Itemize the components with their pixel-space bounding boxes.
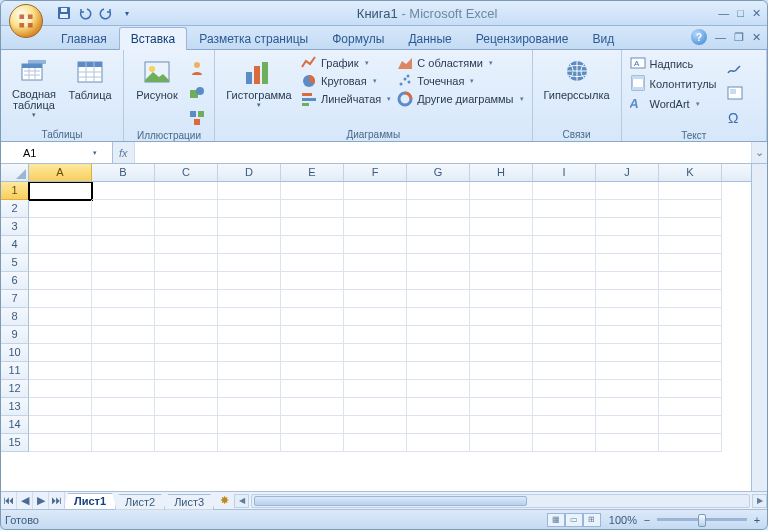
cell[interactable]	[281, 200, 344, 218]
cell[interactable]	[533, 434, 596, 452]
cell[interactable]	[218, 182, 281, 200]
cell[interactable]	[407, 200, 470, 218]
cell[interactable]	[218, 362, 281, 380]
signature-icon[interactable]	[724, 57, 746, 79]
normal-view-icon[interactable]: ▦	[547, 513, 565, 527]
cell[interactable]	[281, 344, 344, 362]
cell[interactable]	[29, 182, 92, 200]
col-header[interactable]: D	[218, 164, 281, 181]
cell[interactable]	[470, 344, 533, 362]
cell[interactable]	[659, 254, 722, 272]
cell[interactable]	[155, 434, 218, 452]
new-sheet-icon[interactable]: ✸	[214, 494, 234, 507]
cell[interactable]	[659, 362, 722, 380]
cell[interactable]	[407, 308, 470, 326]
fx-icon[interactable]: fx	[119, 147, 128, 159]
area-chart-button[interactable]: С областями▾	[395, 54, 525, 72]
office-button[interactable]	[9, 4, 43, 38]
cell[interactable]	[155, 200, 218, 218]
cell[interactable]	[29, 200, 92, 218]
col-header[interactable]: E	[281, 164, 344, 181]
clipart-icon[interactable]	[186, 57, 208, 79]
cell[interactable]	[344, 344, 407, 362]
cell[interactable]	[218, 200, 281, 218]
cell[interactable]	[407, 380, 470, 398]
cell[interactable]	[596, 218, 659, 236]
hscroll-left-icon[interactable]: ◀	[234, 494, 249, 508]
minimize-icon[interactable]: —	[718, 7, 729, 20]
cell[interactable]	[218, 416, 281, 434]
table-button[interactable]: Таблица	[63, 54, 117, 101]
sheet-nav-last-icon[interactable]: ⏭	[49, 492, 65, 509]
cell[interactable]	[344, 326, 407, 344]
row-header[interactable]: 3	[1, 218, 29, 236]
cell[interactable]	[92, 416, 155, 434]
zoom-slider[interactable]	[657, 518, 747, 521]
cell[interactable]	[596, 200, 659, 218]
col-header[interactable]: F	[344, 164, 407, 181]
cell[interactable]	[407, 326, 470, 344]
tab-вид[interactable]: Вид	[580, 27, 626, 49]
cell[interactable]	[344, 290, 407, 308]
cell[interactable]	[155, 416, 218, 434]
row-header[interactable]: 11	[1, 362, 29, 380]
picture-button[interactable]: Рисунок	[130, 54, 184, 101]
cell[interactable]	[29, 344, 92, 362]
cell[interactable]	[596, 182, 659, 200]
sheet-nav-prev-icon[interactable]: ◀	[17, 492, 33, 509]
cell[interactable]	[470, 182, 533, 200]
cell[interactable]	[155, 398, 218, 416]
sheet-nav-next-icon[interactable]: ▶	[33, 492, 49, 509]
cell[interactable]	[659, 344, 722, 362]
cell[interactable]	[533, 362, 596, 380]
cell[interactable]	[533, 182, 596, 200]
cell[interactable]	[470, 218, 533, 236]
line-chart-button[interactable]: График▾	[299, 54, 393, 72]
cell[interactable]	[659, 326, 722, 344]
row-header[interactable]: 13	[1, 398, 29, 416]
row-header[interactable]: 4	[1, 236, 29, 254]
cell[interactable]	[344, 362, 407, 380]
cell[interactable]	[344, 398, 407, 416]
cell[interactable]	[218, 218, 281, 236]
col-header[interactable]: I	[533, 164, 596, 181]
child-restore-icon[interactable]: ❐	[734, 31, 744, 44]
cell[interactable]	[659, 218, 722, 236]
cell[interactable]	[281, 290, 344, 308]
textbox-button[interactable]: AНадпись	[628, 54, 719, 74]
cell[interactable]	[155, 218, 218, 236]
row-header[interactable]: 15	[1, 434, 29, 452]
cell[interactable]	[344, 236, 407, 254]
cell[interactable]	[155, 236, 218, 254]
cell[interactable]	[155, 362, 218, 380]
cell[interactable]	[344, 182, 407, 200]
cell[interactable]	[155, 290, 218, 308]
cell[interactable]	[29, 326, 92, 344]
row-header[interactable]: 2	[1, 200, 29, 218]
cell[interactable]	[659, 434, 722, 452]
cell[interactable]	[344, 416, 407, 434]
cell[interactable]	[218, 308, 281, 326]
cell[interactable]	[659, 182, 722, 200]
cell[interactable]	[92, 380, 155, 398]
cell[interactable]	[218, 326, 281, 344]
cell[interactable]	[596, 326, 659, 344]
cell[interactable]	[533, 236, 596, 254]
cell[interactable]	[344, 380, 407, 398]
cell[interactable]	[470, 362, 533, 380]
cell[interactable]	[596, 434, 659, 452]
cell[interactable]	[659, 398, 722, 416]
column-chart-button[interactable]: Гистограмма ▾	[221, 54, 297, 108]
save-icon[interactable]	[55, 4, 73, 22]
cell[interactable]	[218, 398, 281, 416]
cell[interactable]	[29, 272, 92, 290]
cell[interactable]	[659, 272, 722, 290]
cell[interactable]	[92, 182, 155, 200]
cell[interactable]	[218, 380, 281, 398]
close-icon[interactable]: ✕	[752, 7, 761, 20]
maximize-icon[interactable]: □	[737, 7, 744, 20]
child-minimize-icon[interactable]: —	[715, 31, 726, 43]
cell[interactable]	[92, 308, 155, 326]
cell[interactable]	[533, 416, 596, 434]
hscroll-right-icon[interactable]: ▶	[752, 494, 767, 508]
